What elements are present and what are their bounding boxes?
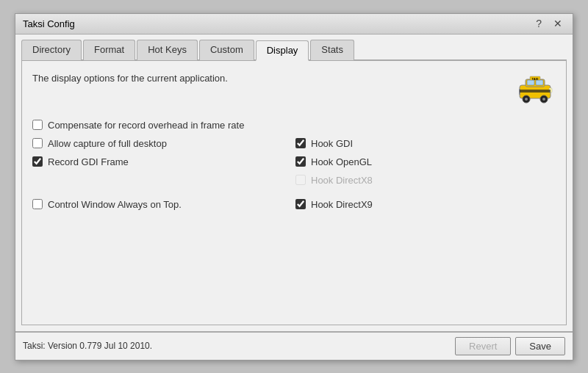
panel-description: The display options for the current appl… [32,73,228,84]
svg-text:TAXI: TAXI [532,76,539,80]
checkbox-item-overhead: Compensate for record overhead in frame … [32,120,244,131]
tab-stats[interactable]: Stats [310,40,354,60]
checkbox-hook-dx8 [295,175,306,185]
checkbox-hook-gdi[interactable] [295,138,306,148]
label-hook-gdi[interactable]: Hook GDI [311,138,353,149]
options-section: Compensate for record overhead in frame … [32,120,556,210]
save-button[interactable]: Save [515,337,565,355]
option-row-row4: Control Window Always on Top. Hook Direc… [32,199,556,210]
checkbox-overhead[interactable] [32,120,43,130]
label-hook-dx9[interactable]: Hook DirectX9 [311,199,373,210]
svg-rect-3 [536,80,543,85]
tab-hotkeys[interactable]: Hot Keys [137,40,198,60]
checkbox-item-hook-dx8: Hook DirectX8 [295,175,556,186]
tab-directory[interactable]: Directory [21,40,82,60]
checkbox-gdi-frame[interactable] [32,156,43,167]
checkbox-control-window[interactable] [32,199,43,209]
option-row-row2: Record GDI Frame Hook OpenGL [32,156,556,167]
label-control-window[interactable]: Control Window Always on Top. [48,199,182,210]
status-buttons: Revert Save [455,337,565,355]
label-full-desktop[interactable]: Allow capture of full desktop [48,138,167,149]
checkbox-item-gdi-frame: Record GDI Frame [32,156,293,167]
checkbox-item-full-desktop: Allow capture of full desktop [32,138,293,149]
content-area: Directory Format Hot Keys Custom Display… [15,35,573,331]
checkbox-item-control-window: Control Window Always on Top. [32,199,293,210]
revert-button[interactable]: Revert [455,337,511,355]
label-hook-opengl[interactable]: Hook OpenGL [311,156,372,167]
svg-point-6 [525,98,528,101]
help-button[interactable]: ? [533,18,545,29]
tab-format[interactable]: Format [83,40,135,60]
main-window: Taksi Config ? ✕ Directory Format Hot Ke… [15,13,573,361]
option-row-row3: Hook DirectX8 [32,175,556,186]
checkbox-hook-opengl[interactable] [295,156,306,167]
close-button[interactable]: ✕ [551,18,565,29]
option-row-row1: Allow capture of full desktop Hook GDI [32,138,556,149]
option-row-overhead: Compensate for record overhead in frame … [32,120,556,131]
label-hook-dx8: Hook DirectX8 [311,175,373,186]
label-overhead[interactable]: Compensate for record overhead in frame … [48,120,244,131]
panel-header: The display options for the current appl… [32,70,556,106]
title-bar-controls: ? ✕ [533,18,565,29]
tab-bar: Directory Format Hot Keys Custom Display… [21,39,567,61]
title-bar: Taksi Config ? ✕ [15,14,573,35]
svg-rect-10 [520,90,551,93]
checkbox-item-hook-dx9: Hook DirectX9 [295,199,556,210]
window-title: Taksi Config [23,18,75,29]
tab-display[interactable]: Display [256,40,309,61]
checkbox-item-hook-gdi: Hook GDI [295,138,556,149]
tab-custom[interactable]: Custom [199,40,254,60]
label-gdi-frame[interactable]: Record GDI Frame [48,156,129,167]
app-icon: TAXI [514,70,556,106]
checkbox-item-hook-opengl: Hook OpenGL [295,156,556,167]
status-bar: Taksi: Version 0.779 Jul 10 2010. Revert… [15,331,573,360]
svg-rect-2 [527,80,534,85]
checkbox-full-desktop[interactable] [32,138,43,148]
status-text: Taksi: Version 0.779 Jul 10 2010. [23,341,152,351]
svg-point-7 [542,98,545,101]
checkbox-hook-dx9[interactable] [295,199,306,209]
display-panel: The display options for the current appl… [21,61,567,325]
